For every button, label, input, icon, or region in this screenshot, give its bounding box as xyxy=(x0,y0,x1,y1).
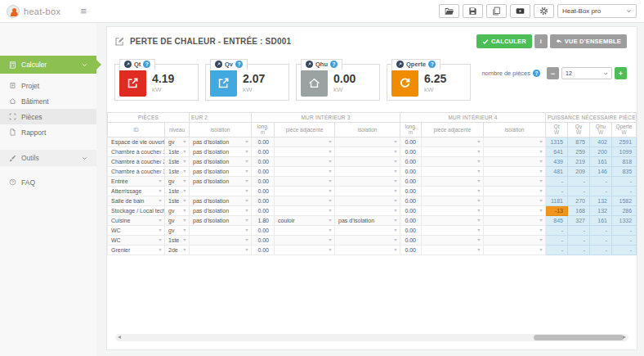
cell-niveau[interactable]: 1ste xyxy=(165,186,190,196)
cell-m4_adj[interactable] xyxy=(422,176,484,186)
cell-iso2[interactable]: pas d'isolation xyxy=(190,196,252,205)
new-file-button[interactable] xyxy=(486,4,507,18)
cell-id[interactable]: WC xyxy=(108,235,165,245)
cell-m3_adj[interactable] xyxy=(275,196,335,205)
cell-m3_iso[interactable] xyxy=(335,235,400,245)
cell-m4_long[interactable]: 0.00 xyxy=(400,225,422,235)
cell-m3_adj[interactable] xyxy=(275,156,335,166)
cell-niveau[interactable]: 1ste xyxy=(165,235,190,245)
cell-niveau[interactable]: 2de xyxy=(165,245,190,255)
cell-m4_adj[interactable] xyxy=(422,146,484,156)
cell-m3_adj[interactable] xyxy=(275,176,335,186)
cell-iso2[interactable]: pas d'isolation xyxy=(190,215,252,225)
overview-button[interactable]: VUE D'ENSEMBLE xyxy=(550,34,627,48)
cell-m3_adj[interactable] xyxy=(275,205,335,215)
cell-m4_iso[interactable] xyxy=(484,215,546,225)
cell-m3_iso[interactable] xyxy=(335,186,400,196)
cell-m3_adj[interactable] xyxy=(275,225,335,235)
cell-iso2[interactable]: pas d'isolation xyxy=(190,205,252,215)
cell-m4_long[interactable]: 0.00 xyxy=(400,156,422,166)
cell-m3_iso[interactable] xyxy=(335,225,400,235)
cell-m4_iso[interactable] xyxy=(484,176,546,186)
sidebar-item-rapport[interactable]: Rapport xyxy=(0,124,96,140)
cell-niveau[interactable]: gv xyxy=(165,137,190,146)
cell-m3_adj[interactable] xyxy=(275,245,335,255)
cell-m4_iso[interactable] xyxy=(484,156,546,166)
cell-iso2[interactable] xyxy=(190,235,252,245)
cell-m3_iso[interactable] xyxy=(335,245,400,255)
cell-m4_long[interactable]: 0.00 xyxy=(400,176,422,186)
sidebar-item-outils[interactable]: Outils xyxy=(0,150,96,166)
cell-niveau[interactable]: gv xyxy=(165,215,190,225)
cell-m3_long[interactable]: 0.00 xyxy=(252,146,275,156)
cell-m4_long[interactable]: 0.00 xyxy=(400,196,422,205)
cell-iso2[interactable] xyxy=(190,225,252,235)
folder-open-button[interactable] xyxy=(439,4,459,18)
scroll-left-arrow-icon[interactable] xyxy=(118,336,121,339)
rooms-count-select[interactable]: 12 xyxy=(561,67,612,79)
cell-iso2[interactable]: pas d'isolation xyxy=(190,137,252,146)
cell-m3_iso[interactable] xyxy=(335,156,400,166)
cell-m3_long[interactable]: 0.00 xyxy=(252,176,275,186)
help-icon[interactable]: ? xyxy=(143,61,150,68)
cell-m4_iso[interactable] xyxy=(484,137,546,146)
cell-m4_long[interactable]: 0.00 xyxy=(400,205,422,215)
cell-iso2[interactable]: pas d'isolation xyxy=(190,146,252,156)
sidebar-item-batiment[interactable]: Bâtiment xyxy=(0,93,96,109)
cell-m4_adj[interactable] xyxy=(422,137,484,146)
sidebar-item-faq[interactable]: FAQ xyxy=(0,174,96,190)
cell-m4_adj[interactable] xyxy=(422,196,484,205)
cell-id[interactable]: Grenier xyxy=(108,245,165,255)
rooms-minus-button[interactable]: − xyxy=(547,67,559,79)
cell-niveau[interactable]: 1ste xyxy=(165,156,190,166)
cell-niveau[interactable]: gv xyxy=(165,205,190,215)
cell-m3_adj[interactable] xyxy=(275,166,335,176)
cell-niveau[interactable]: 1ste xyxy=(165,146,190,156)
cell-m4_iso[interactable] xyxy=(484,146,546,156)
cell-m3_long[interactable]: 0.00 xyxy=(252,196,275,205)
cell-m3_iso[interactable]: pas d'isolation xyxy=(335,215,400,225)
cell-niveau[interactable]: 1ste xyxy=(165,196,190,205)
help-icon[interactable]: ? xyxy=(428,61,436,68)
gear-button[interactable] xyxy=(534,4,554,18)
cell-m4_adj[interactable] xyxy=(422,235,484,245)
cell-iso2[interactable] xyxy=(190,186,252,196)
cell-m4_adj[interactable] xyxy=(422,215,484,225)
cell-m3_long[interactable]: 0.00 xyxy=(252,245,275,255)
video-button[interactable] xyxy=(510,4,530,18)
cell-m4_long[interactable]: 0.00 xyxy=(400,146,422,156)
cell-m4_adj[interactable] xyxy=(422,205,484,215)
cell-m3_long[interactable]: 0.00 xyxy=(252,166,275,176)
cell-id[interactable]: WC xyxy=(108,225,165,235)
cell-m4_adj[interactable] xyxy=(422,156,484,166)
cell-m4_iso[interactable] xyxy=(484,225,546,235)
cell-id[interactable]: Cuisine xyxy=(108,215,165,225)
cell-m4_long[interactable]: 0.00 xyxy=(400,235,422,245)
cell-m4_iso[interactable] xyxy=(484,205,546,215)
help-icon[interactable]: ? xyxy=(533,70,540,77)
cell-m3_adj[interactable] xyxy=(275,137,335,146)
cell-m3_iso[interactable] xyxy=(335,166,400,176)
cell-m3_adj[interactable] xyxy=(275,146,335,156)
cell-m4_iso[interactable] xyxy=(484,166,546,176)
cell-id[interactable]: Chambre à coucher 2 xyxy=(108,156,165,166)
cell-m4_adj[interactable] xyxy=(422,225,484,235)
cell-id[interactable]: Stockage / Local tech xyxy=(108,205,165,215)
cell-iso2[interactable] xyxy=(190,245,252,255)
cell-m3_adj[interactable] xyxy=(275,235,335,245)
cell-m4_adj[interactable] xyxy=(422,186,484,196)
cell-iso2[interactable]: pas d'isolation xyxy=(190,156,252,166)
cell-m3_iso[interactable] xyxy=(335,196,400,205)
cell-m3_long[interactable]: 0.00 xyxy=(252,225,275,235)
cell-id[interactable]: Atterrissage xyxy=(108,186,165,196)
cell-m3_iso[interactable] xyxy=(335,137,400,146)
cell-m3_long[interactable]: 0.00 xyxy=(252,186,275,196)
cell-id[interactable]: Salle de bain xyxy=(108,196,165,205)
cell-m3_long[interactable]: 0.00 xyxy=(252,235,275,245)
cell-id[interactable]: Espace de vie ouvert xyxy=(108,137,165,146)
cell-m3_iso[interactable] xyxy=(335,205,400,215)
save-button[interactable] xyxy=(463,4,483,18)
cell-m3_adj[interactable]: couloir xyxy=(275,215,335,225)
cell-m3_long[interactable]: 0.00 xyxy=(252,205,275,215)
cell-id[interactable]: Chambre à coucher 1 xyxy=(108,146,165,156)
